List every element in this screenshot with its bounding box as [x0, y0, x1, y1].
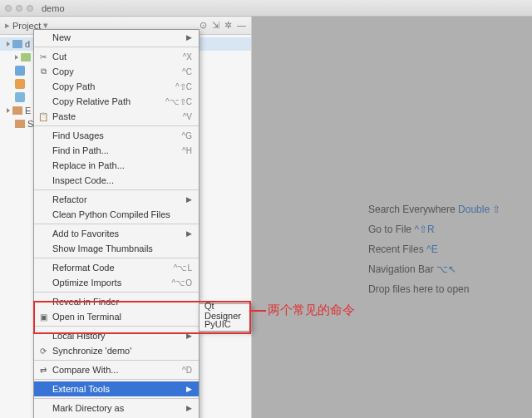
gear-icon[interactable]: ✲: [224, 20, 232, 31]
menu-paste[interactable]: 📋Paste^V: [34, 109, 199, 124]
menu-compare[interactable]: ⇄Compare With...^D: [34, 362, 199, 377]
menu-find-in-path[interactable]: Find in Path...^H: [34, 143, 199, 158]
collapse-icon[interactable]: ⇲: [212, 20, 219, 31]
menu-replace-in-path[interactable]: Replace in Path...: [34, 158, 199, 173]
copy-icon: ⧉: [37, 66, 49, 76]
menu-find-usages[interactable]: Find Usages^G: [34, 128, 199, 143]
menu-synchronize[interactable]: ⟳Synchronize 'demo': [34, 343, 199, 358]
menu-show-thumbnails[interactable]: Show Image Thumbnails: [34, 241, 199, 256]
menu-reformat[interactable]: Reformat Code^⌥L: [34, 260, 199, 275]
external-tools-submenu: Qt Designer PyUIC: [199, 303, 252, 332]
welcome-tips: Search Everywhere Double ⇧ Go to File ^⇧…: [368, 199, 500, 299]
paste-icon: 📋: [37, 112, 49, 121]
close-icon[interactable]: [5, 5, 12, 12]
terminal-icon: ▣: [37, 312, 49, 322]
target-icon[interactable]: ⊙: [200, 20, 207, 31]
zoom-icon[interactable]: [27, 5, 33, 12]
compare-icon: ⇄: [37, 366, 49, 375]
menu-clean-pyc[interactable]: Clean Python Compiled Files: [34, 207, 199, 222]
submenu-qt-designer[interactable]: Qt Designer: [200, 304, 251, 317]
menu-external-tools[interactable]: External Tools▶: [34, 381, 199, 396]
menu-copy[interactable]: ⧉Copy^C: [34, 64, 199, 79]
titlebar: demo: [0, 0, 532, 17]
menu-add-favorites[interactable]: Add to Favorites▶: [34, 226, 199, 241]
menu-copy-path[interactable]: Copy Path^⇧C: [34, 79, 199, 94]
window-title: demo: [42, 3, 65, 13]
menu-new[interactable]: New▶: [34, 30, 199, 45]
minimize-icon[interactable]: [16, 5, 22, 12]
annotation-line: [251, 310, 266, 312]
menu-mark-directory[interactable]: Mark Directory as▶: [34, 401, 199, 416]
cut-icon: ✂: [37, 52, 49, 61]
menu-cut[interactable]: ✂Cut^X: [34, 49, 199, 64]
menu-refactor[interactable]: Refactor▶: [34, 192, 199, 207]
menu-reveal-finder[interactable]: Reveal in Finder: [34, 294, 199, 309]
menu-inspect-code[interactable]: Inspect Code...: [34, 173, 199, 188]
sync-icon: ⟳: [37, 347, 49, 356]
menu-copy-relative-path[interactable]: Copy Relative Path^⌥⇧C: [34, 94, 199, 109]
annotation-text: 两个常见的命令: [268, 302, 355, 318]
menu-optimize-imports[interactable]: Optimize Imports^⌥O: [34, 275, 199, 290]
menu-open-terminal[interactable]: ▣Open in Terminal: [34, 309, 199, 324]
menu-local-history[interactable]: Local History▶: [34, 328, 199, 343]
context-menu: New▶ ✂Cut^X ⧉Copy^C Copy Path^⇧C Copy Re…: [33, 29, 200, 418]
hide-icon[interactable]: —: [237, 20, 246, 31]
editor-area[interactable]: Search Everywhere Double ⇧ Go to File ^⇧…: [252, 17, 532, 418]
